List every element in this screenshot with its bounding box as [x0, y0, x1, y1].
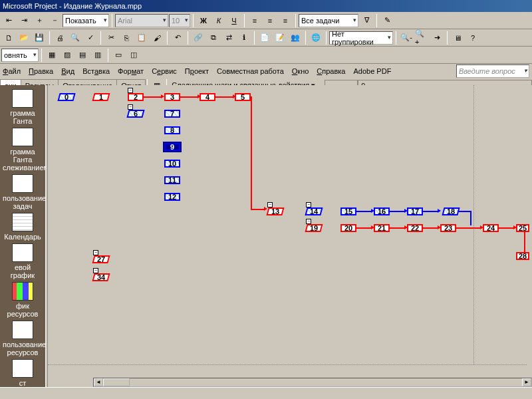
node-3[interactable]: 3	[164, 93, 180, 101]
new-icon[interactable]: 🗋	[1, 31, 16, 45]
menu-edit[interactable]: Правка	[29, 67, 53, 75]
unlink-icon[interactable]: ⧉	[206, 31, 221, 45]
help-icon[interactable]: ?	[466, 31, 480, 45]
underline-icon[interactable]: Ч	[227, 13, 241, 28]
undo-icon[interactable]: ↶	[170, 31, 185, 45]
node-23[interactable]: 23	[440, 224, 456, 232]
menu-file[interactable]: ФФайлайл	[3, 67, 21, 75]
node-9[interactable]: 9	[164, 143, 180, 151]
open-icon[interactable]: 📂	[17, 31, 31, 45]
link-icon[interactable]: 🔗	[191, 31, 205, 45]
view-gantt-tracking[interactable]: ▤грамма Ганта слеживанием	[3, 128, 43, 172]
assign-icon[interactable]: 👥	[288, 31, 303, 45]
node-17[interactable]: 17	[407, 207, 423, 215]
goto-icon[interactable]: ➜	[430, 31, 444, 45]
network-diagram[interactable]: 0 1 − 2 3 4 5 − 6 7 8 9 10 11 12 − 13 −	[48, 85, 532, 387]
zoom-in-icon[interactable]: 🔍+	[414, 31, 429, 45]
node-5[interactable]: 5	[235, 93, 251, 101]
format-painter-icon[interactable]: 🖌	[150, 31, 164, 45]
filter-combo[interactable]: Все задачи	[299, 14, 358, 27]
node-28[interactable]: 28	[516, 252, 529, 260]
show-combo[interactable]: Показать	[63, 14, 109, 27]
view-resource-usage[interactable]: ▥пользование ресурсов	[3, 321, 43, 356]
menu-help[interactable]: Справка	[317, 67, 345, 75]
collapse-27[interactable]: −	[93, 250, 98, 255]
node-0[interactable]: 0	[57, 93, 75, 101]
collapse-2[interactable]: −	[128, 88, 133, 93]
collapse-34[interactable]: −	[93, 268, 98, 273]
bold-icon[interactable]: Ж	[196, 13, 211, 28]
node-24[interactable]: 24	[483, 224, 499, 232]
font-size-combo[interactable]: 10	[169, 14, 190, 27]
net-icon-4[interactable]: ▥	[90, 48, 105, 63]
view-calendar[interactable]: Календарь	[3, 213, 43, 241]
screen-icon[interactable]: 🖥	[450, 31, 465, 45]
zoom-out-icon[interactable]: 🔍-	[399, 31, 414, 45]
node-4[interactable]: 4	[200, 93, 215, 101]
menu-service[interactable]: Сервис	[152, 67, 177, 75]
menu-view[interactable]: Вид	[61, 67, 74, 75]
node-11[interactable]: 11	[164, 176, 180, 184]
node-15[interactable]: 15	[340, 207, 356, 215]
net-icon-3[interactable]: ▤	[75, 48, 90, 63]
node-34[interactable]: 34	[92, 273, 110, 281]
wand-icon[interactable]: ✎	[380, 13, 394, 28]
copy-icon[interactable]: ⎘	[119, 31, 134, 45]
menu-insert[interactable]: Вставка	[82, 67, 110, 75]
scroll-thumb[interactable]	[103, 378, 130, 386]
autofilter-icon[interactable]: ∇	[359, 13, 374, 28]
scroll-right-icon[interactable]: ►	[522, 378, 531, 386]
menu-format[interactable]: Формат	[118, 67, 144, 75]
node-2[interactable]: 2	[128, 93, 144, 101]
node-8[interactable]: 8	[164, 126, 180, 134]
node-13[interactable]: 13	[266, 207, 284, 215]
collapse-14[interactable]: −	[306, 202, 311, 207]
group-combo[interactable]: Нет группировки	[329, 31, 393, 45]
node-10[interactable]: 10	[164, 160, 180, 168]
view-gantt[interactable]: ▤грамма Ганта	[3, 89, 43, 125]
info-icon[interactable]: ℹ	[237, 31, 251, 45]
collapse-19[interactable]: −	[306, 219, 311, 224]
node-16[interactable]: 16	[374, 207, 390, 215]
help-search[interactable]: Введите вопрос	[456, 65, 529, 78]
node-22[interactable]: 22	[407, 224, 423, 232]
node-12[interactable]: 12	[164, 193, 180, 201]
task-info-icon[interactable]: 📄	[257, 31, 272, 45]
outdent-icon[interactable]: ⇤	[1, 13, 16, 28]
collapse-13[interactable]: −	[267, 202, 273, 207]
paste-icon[interactable]: 📋	[134, 31, 149, 45]
net-icon-2[interactable]: ▨	[60, 48, 74, 63]
node-25[interactable]: 25	[516, 224, 529, 232]
scroll-left-icon[interactable]: ◄	[94, 378, 103, 386]
indent-icon[interactable]: ⇥	[17, 13, 31, 28]
split-icon[interactable]: ⇄	[221, 31, 236, 45]
plus-icon[interactable]: ＋	[32, 13, 47, 28]
view-resource-sheet[interactable]: ▤ст ресурсов	[3, 359, 43, 387]
menu-project[interactable]: Проект	[185, 67, 209, 75]
view-network[interactable]: ◫евой график	[3, 243, 43, 279]
node-1[interactable]: 1	[92, 93, 110, 101]
notes-icon[interactable]: 📝	[273, 31, 287, 45]
node-6[interactable]: 6	[126, 110, 144, 118]
publish-icon[interactable]: 🌐	[309, 31, 323, 45]
node-27[interactable]: 27	[92, 255, 110, 263]
collapse-6[interactable]: −	[128, 104, 133, 110]
menu-collab[interactable]: Совместная работа	[217, 67, 284, 75]
net-icon-6[interactable]: ◫	[126, 48, 141, 63]
spell-icon[interactable]: ✓	[83, 31, 98, 45]
node-18[interactable]: 18	[442, 207, 460, 215]
net-icon-1[interactable]: ▦	[45, 48, 59, 63]
align-center-icon[interactable]: ≡	[263, 13, 277, 28]
view-task-usage[interactable]: ▥пользование задач	[3, 174, 43, 210]
h-scrollbar[interactable]: ◄ ►	[93, 378, 532, 387]
node-20[interactable]: 20	[340, 224, 356, 232]
node-21[interactable]: 21	[374, 224, 390, 232]
menu-adobe[interactable]: Adobe PDF	[354, 67, 392, 75]
level-combo[interactable]: овнять	[1, 49, 39, 62]
node-14[interactable]: 14	[305, 207, 323, 215]
print-icon[interactable]: 🖨	[53, 31, 67, 45]
cut-icon[interactable]: ✂	[104, 31, 118, 45]
font-combo[interactable]: Arial	[115, 14, 168, 27]
save-icon[interactable]: 💾	[32, 31, 47, 45]
net-icon-5[interactable]: ▭	[111, 48, 126, 63]
